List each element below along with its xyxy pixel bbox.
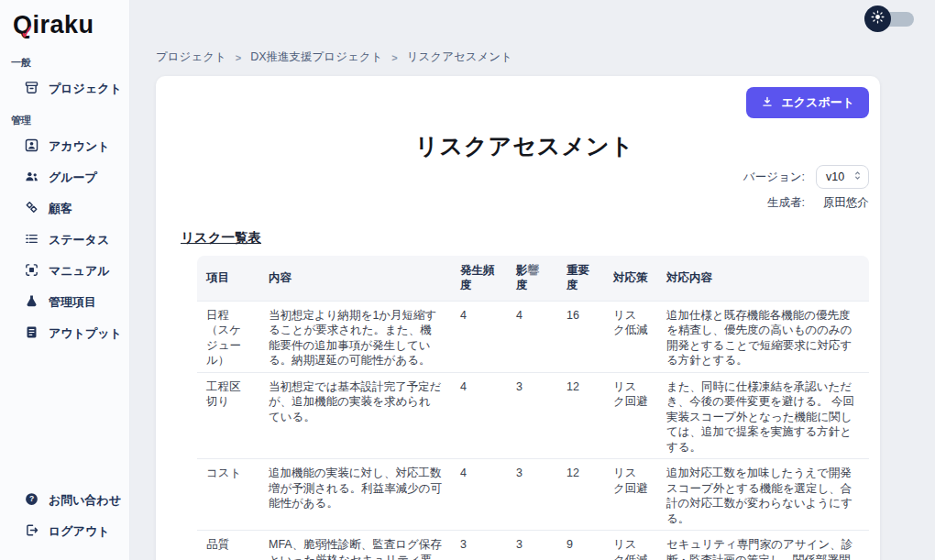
output-document-icon <box>24 324 39 343</box>
sidebar-item-label: 顧客 <box>49 201 72 217</box>
main-area: プロジェクト > DX推進支援プロジェクト > リスクアセスメント エクスポート… <box>130 0 935 560</box>
importance-cell: 9 <box>557 531 604 560</box>
manual-scan-icon <box>24 262 39 280</box>
content-cell: MFA、脆弱性診断、監査ログ保存といった厳格なセキュリティ要件が求められることに… <box>259 531 451 560</box>
sun-icon <box>870 9 886 28</box>
sidebar-item-label: お問い合わせ <box>49 492 121 509</box>
group-icon <box>24 169 39 187</box>
sidebar-item-group[interactable]: グループ <box>0 162 129 193</box>
risk-list-section-title: リスク一覧表 <box>181 229 869 247</box>
frequency-cell: 4 <box>451 301 507 372</box>
status-list-icon <box>24 231 39 249</box>
sidebar-item-label: プロジェクト <box>49 81 122 97</box>
item-cell: 工程区切り <box>197 372 259 459</box>
meta-block: バージョン: v10 生成者: 原田悠介 <box>743 165 869 211</box>
sidebar-item-label: ログアウト <box>49 523 110 540</box>
sidebar-item-status[interactable]: ステータス <box>0 225 129 256</box>
strategy-cell: リスク低減 <box>604 301 657 372</box>
col-content: 内容 <box>259 256 451 301</box>
logo-check-icon: ✓ <box>18 20 38 44</box>
importance-cell: 12 <box>557 459 604 531</box>
sidebar-section-general: 一般 <box>0 47 129 73</box>
app-window: Qiraku ✓ 一般 プロジェクト 管理 アカウント グループ 顧客 ステータ… <box>0 0 935 560</box>
select-chevrons-icon <box>852 170 863 184</box>
sidebar-item-manual[interactable]: マニュアル <box>0 256 129 287</box>
sidebar-item-label: ステータス <box>49 232 109 248</box>
content-cell: 当初想定では基本設計完了予定だが、追加機能の実装を求められている。 <box>259 372 451 459</box>
sidebar-item-label: アウトプット <box>49 325 122 342</box>
sidebar-section-admin: 管理 <box>0 104 129 131</box>
sidebar-item-project[interactable]: プロジェクト <box>0 73 129 104</box>
theme-toggle[interactable] <box>864 5 914 33</box>
project-box-icon <box>24 80 39 98</box>
breadcrumb-separator: > <box>236 52 241 63</box>
impact-cell: 3 <box>507 531 557 560</box>
breadcrumb-item-dx-project[interactable]: DX推進支援プロジェクト <box>250 49 382 65</box>
sidebar-item-contact[interactable]: ? お問い合わせ <box>0 485 129 516</box>
flask-icon <box>24 293 39 312</box>
importance-cell: 12 <box>557 372 604 459</box>
frequency-cell: 3 <box>451 531 507 560</box>
sidebar-item-logout[interactable]: ログアウト <box>0 516 129 547</box>
version-value: v10 <box>826 170 844 183</box>
col-strategy: 対応策 <box>604 256 657 301</box>
sidebar-item-label: 管理項目 <box>49 294 96 311</box>
content-cell: 当初想定より納期を1か月短縮することが要求された。また、機能要件の追加事項が発生… <box>259 301 451 372</box>
impact-cell: 3 <box>507 459 557 531</box>
col-importance: 重要度 <box>557 256 604 301</box>
page-title: リスクアセスメント <box>181 131 869 161</box>
logo[interactable]: Qiraku ✓ <box>0 9 129 47</box>
breadcrumb-item-current[interactable]: リスクアセスメント <box>407 49 512 65</box>
help-circle-icon: ? <box>24 491 39 510</box>
svg-text:?: ? <box>29 494 34 503</box>
strategy-cell: リスク回避 <box>604 372 657 459</box>
table-row: 工程区切り 当初想定では基本設計完了予定だが、追加機能の実装を求められている。 … <box>197 372 869 459</box>
export-button-label: エクスポート <box>781 94 854 111</box>
sidebar-item-managed-items[interactable]: 管理項目 <box>0 287 129 318</box>
toggle-knob <box>864 5 891 32</box>
col-item: 項目 <box>197 256 259 301</box>
creator-label: 生成者: <box>743 195 805 211</box>
risk-table: 項目 内容 発生頻度 影響度 重要度 対応策 対応内容 日程（スケジュール） 当… <box>197 256 869 560</box>
content-cell: 追加機能の実装に対し、対応工数増が予測される。利益率減少の可能性がある。 <box>259 459 451 531</box>
table-row: 品質 MFA、脆弱性診断、監査ログ保存といった厳格なセキュリティ要件が求められる… <box>197 531 869 560</box>
sidebar: Qiraku ✓ 一般 プロジェクト 管理 アカウント グループ 顧客 ステータ… <box>0 0 130 560</box>
sidebar-item-label: アカウント <box>49 138 110 155</box>
version-label: バージョン: <box>743 170 805 185</box>
sidebar-item-output[interactable]: アウトプット <box>0 318 129 349</box>
breadcrumb-item-projects[interactable]: プロジェクト <box>156 49 226 65</box>
item-cell: コスト <box>197 459 259 531</box>
item-cell: 日程（スケジュール） <box>197 301 259 372</box>
table-row: コスト 追加機能の実装に対し、対応工数増が予測される。利益率減少の可能性がある。… <box>197 459 869 531</box>
col-response: 対応内容 <box>657 256 869 301</box>
strategy-cell: リスク回避 <box>604 459 657 531</box>
account-icon <box>24 137 39 156</box>
importance-cell: 16 <box>557 301 604 372</box>
logout-icon <box>24 522 39 541</box>
col-impact: 影響度 <box>507 256 557 301</box>
response-cell: 追加対応工数を加味したうえで開発スコープ外とする機能を選定し、合計の対応工数が変… <box>657 459 869 531</box>
frequency-cell: 4 <box>451 459 507 531</box>
risk-table-header: 項目 内容 発生頻度 影響度 重要度 対応策 対応内容 <box>197 256 869 301</box>
table-row: 日程（スケジュール） 当初想定より納期を1か月短縮することが要求された。また、機… <box>197 301 869 372</box>
breadcrumb-separator: > <box>391 52 397 63</box>
sidebar-item-label: グループ <box>49 170 97 186</box>
frequency-cell: 4 <box>451 372 507 459</box>
breadcrumb: プロジェクト > DX推進支援プロジェクト > リスクアセスメント <box>130 0 935 65</box>
sidebar-item-account[interactable]: アカウント <box>0 131 129 162</box>
response-cell: セキュリティ専門家のアサイン、診断・監査計画の策定し、関係部署間の強固な連携体制… <box>657 531 869 560</box>
content-card: エクスポート リスクアセスメント バージョン: v10 生成者: 原田悠介 リス… <box>156 76 880 560</box>
col-frequency: 発生頻度 <box>451 256 507 301</box>
export-row: エクスポート <box>181 87 869 118</box>
sidebar-footer: ? お問い合わせ ログアウト <box>0 485 129 547</box>
version-select[interactable]: v10 <box>816 165 869 189</box>
response-cell: また、同時に仕様凍結を承認いただき、今後の要件変更を避ける。 今回実装スコープ外… <box>657 372 869 459</box>
strategy-cell: リスク低減 <box>604 531 657 560</box>
impact-cell: 3 <box>507 372 557 459</box>
customers-icon <box>24 200 39 218</box>
sidebar-item-customers[interactable]: 顧客 <box>0 193 129 225</box>
sidebar-item-label: マニュアル <box>49 263 110 280</box>
export-button[interactable]: エクスポート <box>746 87 869 118</box>
impact-cell: 4 <box>507 301 557 372</box>
creator-value: 原田悠介 <box>816 195 869 211</box>
